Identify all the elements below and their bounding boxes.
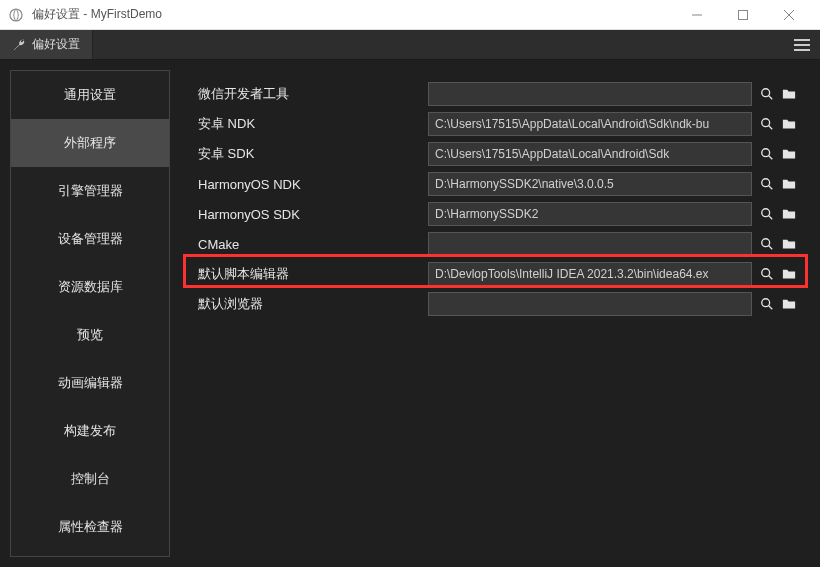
input-actions xyxy=(756,262,800,286)
sidebar-item[interactable]: 预览 xyxy=(11,311,169,359)
svg-line-17 xyxy=(769,216,773,220)
sidebar-item[interactable]: 控制台 xyxy=(11,455,169,503)
sidebar-item-label: 属性检查器 xyxy=(58,518,123,536)
window-controls xyxy=(674,0,812,30)
input-actions xyxy=(756,82,800,106)
sidebar-item-label: 设备管理器 xyxy=(58,230,123,248)
form-label: CMake xyxy=(198,237,428,252)
folder-icon[interactable] xyxy=(778,292,800,316)
tab-preferences[interactable]: 偏好设置 xyxy=(0,30,93,59)
tab-bar: 偏好设置 xyxy=(0,30,820,60)
svg-line-11 xyxy=(769,126,773,130)
svg-line-23 xyxy=(769,306,773,310)
path-input[interactable] xyxy=(428,232,752,256)
sidebar-item[interactable]: 设备管理器 xyxy=(11,215,169,263)
svg-point-20 xyxy=(762,269,770,277)
input-actions xyxy=(756,232,800,256)
path-input[interactable]: D:\DevlopTools\IntelliJ IDEA 2021.3.2\bi… xyxy=(428,262,752,286)
search-icon[interactable] xyxy=(756,112,778,136)
path-input[interactable] xyxy=(428,82,752,106)
sidebar-item-label: 构建发布 xyxy=(64,422,116,440)
search-icon[interactable] xyxy=(756,172,778,196)
input-actions xyxy=(756,112,800,136)
form-row: HarmonyOS NDKD:\HarmonySSDK2\native\3.0.… xyxy=(198,170,800,198)
menu-button[interactable] xyxy=(784,30,820,59)
folder-icon[interactable] xyxy=(778,112,800,136)
folder-icon[interactable] xyxy=(778,82,800,106)
wrench-icon xyxy=(12,38,26,52)
close-button[interactable] xyxy=(766,0,812,30)
form-row: 安卓 SDKC:\Users\17515\AppData\Local\Andro… xyxy=(198,140,800,168)
window-title: 偏好设置 - MyFirstDemo xyxy=(32,6,674,23)
form-label: HarmonyOS NDK xyxy=(198,177,428,192)
svg-point-16 xyxy=(762,209,770,217)
svg-line-21 xyxy=(769,276,773,280)
svg-point-12 xyxy=(762,149,770,157)
form-row: 默认脚本编辑器D:\DevlopTools\IntelliJ IDEA 2021… xyxy=(198,260,800,288)
search-icon[interactable] xyxy=(756,292,778,316)
path-input[interactable]: D:\HarmonySSDK2 xyxy=(428,202,752,226)
form-label: 微信开发者工具 xyxy=(198,85,428,103)
form-label: 安卓 NDK xyxy=(198,115,428,133)
form-label: 默认浏览器 xyxy=(198,295,428,313)
sidebar: 通用设置外部程序引擎管理器设备管理器资源数据库预览动画编辑器构建发布控制台属性检… xyxy=(10,70,170,557)
sidebar-item[interactable]: 动画编辑器 xyxy=(11,359,169,407)
sidebar-item[interactable]: 构建发布 xyxy=(11,407,169,455)
main-panel: 微信开发者工具安卓 NDKC:\Users\17515\AppData\Loca… xyxy=(178,70,810,557)
svg-point-8 xyxy=(762,89,770,97)
sidebar-item-label: 外部程序 xyxy=(64,134,116,152)
search-icon[interactable] xyxy=(756,82,778,106)
input-actions xyxy=(756,142,800,166)
folder-icon[interactable] xyxy=(778,172,800,196)
app-icon xyxy=(8,7,24,23)
svg-point-10 xyxy=(762,119,770,127)
maximize-button[interactable] xyxy=(720,0,766,30)
folder-icon[interactable] xyxy=(778,142,800,166)
form-row: HarmonyOS SDKD:\HarmonySSDK2 xyxy=(198,200,800,228)
form-row: 微信开发者工具 xyxy=(198,80,800,108)
path-input[interactable] xyxy=(428,292,752,316)
folder-icon[interactable] xyxy=(778,232,800,256)
sidebar-item[interactable]: 实验室 xyxy=(11,551,169,557)
input-actions xyxy=(756,202,800,226)
svg-point-22 xyxy=(762,299,770,307)
folder-icon[interactable] xyxy=(778,262,800,286)
svg-rect-2 xyxy=(739,10,748,19)
sidebar-item[interactable]: 属性检查器 xyxy=(11,503,169,551)
svg-point-18 xyxy=(762,239,770,247)
path-input[interactable]: C:\Users\17515\AppData\Local\Android\Sdk xyxy=(428,142,752,166)
search-icon[interactable] xyxy=(756,232,778,256)
sidebar-item-label: 资源数据库 xyxy=(58,278,123,296)
svg-point-14 xyxy=(762,179,770,187)
window-titlebar: 偏好设置 - MyFirstDemo xyxy=(0,0,820,30)
content-area: 通用设置外部程序引擎管理器设备管理器资源数据库预览动画编辑器构建发布控制台属性检… xyxy=(0,60,820,567)
sidebar-item[interactable]: 资源数据库 xyxy=(11,263,169,311)
form-row: 安卓 NDKC:\Users\17515\AppData\Local\Andro… xyxy=(198,110,800,138)
folder-icon[interactable] xyxy=(778,202,800,226)
form-label: 默认脚本编辑器 xyxy=(198,265,428,283)
sidebar-item[interactable]: 引擎管理器 xyxy=(11,167,169,215)
path-input[interactable]: C:\Users\17515\AppData\Local\Android\Sdk… xyxy=(428,112,752,136)
sidebar-item-label: 预览 xyxy=(77,326,103,344)
minimize-button[interactable] xyxy=(674,0,720,30)
form-row: CMake xyxy=(198,230,800,258)
form-label: HarmonyOS SDK xyxy=(198,207,428,222)
search-icon[interactable] xyxy=(756,262,778,286)
path-input[interactable]: D:\HarmonySSDK2\native\3.0.0.5 xyxy=(428,172,752,196)
input-actions xyxy=(756,172,800,196)
sidebar-item-label: 引擎管理器 xyxy=(58,182,123,200)
sidebar-item[interactable]: 通用设置 xyxy=(11,71,169,119)
sidebar-item[interactable]: 外部程序 xyxy=(11,119,169,167)
svg-line-19 xyxy=(769,246,773,250)
svg-line-13 xyxy=(769,156,773,160)
tab-spacer xyxy=(93,30,784,59)
app-body: 偏好设置 通用设置外部程序引擎管理器设备管理器资源数据库预览动画编辑器构建发布控… xyxy=(0,30,820,567)
svg-line-15 xyxy=(769,186,773,190)
form-row: 默认浏览器 xyxy=(198,290,800,318)
input-actions xyxy=(756,292,800,316)
search-icon[interactable] xyxy=(756,202,778,226)
search-icon[interactable] xyxy=(756,142,778,166)
form-label: 安卓 SDK xyxy=(198,145,428,163)
svg-point-0 xyxy=(10,9,22,21)
tab-label: 偏好设置 xyxy=(32,36,80,53)
